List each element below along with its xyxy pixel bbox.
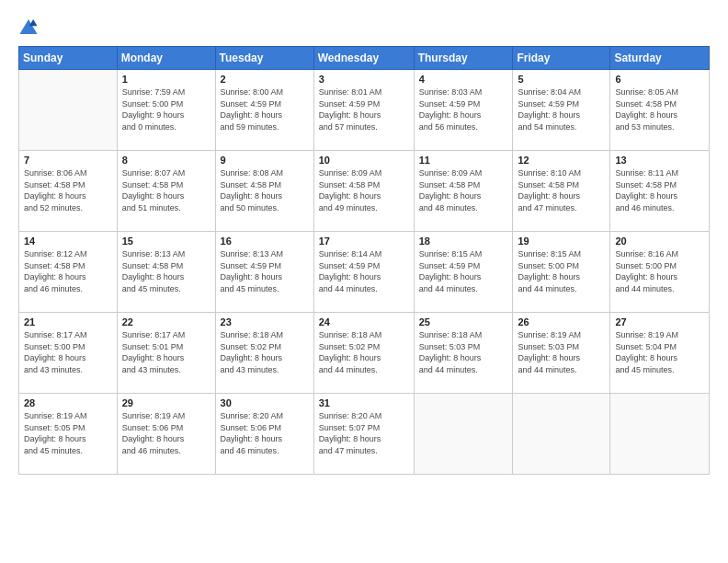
day-info: Sunrise: 8:14 AM Sunset: 4:59 PM Dayligh…	[319, 248, 409, 294]
day-number: 9	[221, 155, 309, 166]
day-number: 7	[24, 155, 112, 166]
day-number: 14	[24, 236, 112, 247]
calendar-table: SundayMondayTuesdayWednesdayThursdayFrid…	[18, 46, 710, 475]
day-number: 19	[518, 236, 605, 247]
day-info: Sunrise: 8:17 AM Sunset: 5:00 PM Dayligh…	[24, 329, 112, 375]
day-info: Sunrise: 8:13 AM Sunset: 4:59 PM Dayligh…	[221, 248, 309, 294]
calendar-day-cell	[513, 394, 610, 475]
calendar-weekday-header: Wednesday	[313, 47, 414, 70]
day-number: 31	[319, 397, 409, 408]
calendar-weekday-header: Thursday	[414, 47, 513, 70]
calendar-day-cell: 2Sunrise: 8:00 AM Sunset: 4:59 PM Daylig…	[215, 70, 313, 151]
calendar-day-cell: 16Sunrise: 8:13 AM Sunset: 4:59 PM Dayli…	[215, 232, 313, 313]
day-info: Sunrise: 8:18 AM Sunset: 5:03 PM Dayligh…	[419, 329, 508, 375]
calendar-day-cell	[414, 394, 513, 475]
calendar-day-cell: 9Sunrise: 8:08 AM Sunset: 4:58 PM Daylig…	[215, 151, 313, 232]
calendar-weekday-header: Saturday	[610, 47, 710, 70]
day-number: 21	[24, 316, 112, 327]
day-info: Sunrise: 8:10 AM Sunset: 4:58 PM Dayligh…	[518, 167, 605, 213]
svg-marker-0	[19, 19, 37, 34]
logo	[18, 17, 39, 37]
day-number: 25	[419, 316, 508, 327]
day-info: Sunrise: 8:13 AM Sunset: 4:58 PM Dayligh…	[122, 248, 210, 294]
calendar-day-cell: 26Sunrise: 8:19 AM Sunset: 5:03 PM Dayli…	[513, 313, 610, 394]
calendar-day-cell: 12Sunrise: 8:10 AM Sunset: 4:58 PM Dayli…	[513, 151, 610, 232]
day-info: Sunrise: 8:19 AM Sunset: 5:04 PM Dayligh…	[615, 329, 704, 375]
day-number: 23	[221, 316, 309, 327]
day-number: 2	[221, 74, 309, 85]
day-number: 20	[615, 236, 704, 247]
calendar-day-cell: 24Sunrise: 8:18 AM Sunset: 5:02 PM Dayli…	[313, 313, 414, 394]
day-info: Sunrise: 8:09 AM Sunset: 4:58 PM Dayligh…	[319, 167, 409, 213]
calendar-day-cell: 3Sunrise: 8:01 AM Sunset: 4:59 PM Daylig…	[313, 70, 414, 151]
day-number: 22	[122, 316, 210, 327]
day-number: 28	[24, 397, 112, 408]
day-info: Sunrise: 8:03 AM Sunset: 4:59 PM Dayligh…	[419, 86, 508, 132]
calendar-day-cell: 25Sunrise: 8:18 AM Sunset: 5:03 PM Dayli…	[414, 313, 513, 394]
calendar-week-row: 21Sunrise: 8:17 AM Sunset: 5:00 PM Dayli…	[19, 313, 710, 394]
page: SundayMondayTuesdayWednesdayThursdayFrid…	[0, 0, 728, 563]
calendar-week-row: 28Sunrise: 8:19 AM Sunset: 5:05 PM Dayli…	[19, 394, 710, 475]
day-number: 27	[615, 316, 704, 327]
day-number: 30	[221, 397, 309, 408]
calendar-week-row: 14Sunrise: 8:12 AM Sunset: 4:58 PM Dayli…	[19, 232, 710, 313]
day-info: Sunrise: 8:19 AM Sunset: 5:05 PM Dayligh…	[24, 410, 112, 456]
day-info: Sunrise: 8:11 AM Sunset: 4:58 PM Dayligh…	[615, 167, 704, 213]
calendar-weekday-header: Tuesday	[215, 47, 313, 70]
day-number: 11	[419, 155, 508, 166]
day-number: 5	[518, 74, 605, 85]
calendar-weekday-header: Sunday	[19, 47, 118, 70]
calendar-day-cell: 20Sunrise: 8:16 AM Sunset: 5:00 PM Dayli…	[610, 232, 710, 313]
day-number: 3	[319, 74, 409, 85]
day-info: Sunrise: 8:08 AM Sunset: 4:58 PM Dayligh…	[221, 167, 309, 213]
day-info: Sunrise: 8:16 AM Sunset: 5:00 PM Dayligh…	[615, 248, 704, 294]
day-info: Sunrise: 8:15 AM Sunset: 4:59 PM Dayligh…	[419, 248, 508, 294]
day-info: Sunrise: 8:05 AM Sunset: 4:58 PM Dayligh…	[615, 86, 704, 132]
calendar-day-cell	[19, 70, 118, 151]
day-number: 12	[518, 155, 605, 166]
day-info: Sunrise: 8:20 AM Sunset: 5:07 PM Dayligh…	[319, 410, 409, 456]
calendar-day-cell: 5Sunrise: 8:04 AM Sunset: 4:59 PM Daylig…	[513, 70, 610, 151]
calendar-day-cell: 15Sunrise: 8:13 AM Sunset: 4:58 PM Dayli…	[117, 232, 215, 313]
calendar-day-cell	[610, 394, 710, 475]
day-info: Sunrise: 8:19 AM Sunset: 5:03 PM Dayligh…	[518, 329, 605, 375]
day-number: 18	[419, 236, 508, 247]
calendar-day-cell: 4Sunrise: 8:03 AM Sunset: 4:59 PM Daylig…	[414, 70, 513, 151]
calendar-day-cell: 10Sunrise: 8:09 AM Sunset: 4:58 PM Dayli…	[313, 151, 414, 232]
calendar-weekday-header: Monday	[117, 47, 215, 70]
calendar-week-row: 7Sunrise: 8:06 AM Sunset: 4:58 PM Daylig…	[19, 151, 710, 232]
day-number: 4	[419, 74, 508, 85]
day-number: 29	[122, 397, 210, 408]
calendar-weekday-header: Friday	[513, 47, 610, 70]
calendar-day-cell: 18Sunrise: 8:15 AM Sunset: 4:59 PM Dayli…	[414, 232, 513, 313]
day-number: 1	[122, 74, 210, 85]
day-info: Sunrise: 8:04 AM Sunset: 4:59 PM Dayligh…	[518, 86, 605, 132]
calendar-day-cell: 8Sunrise: 8:07 AM Sunset: 4:58 PM Daylig…	[117, 151, 215, 232]
day-info: Sunrise: 8:12 AM Sunset: 4:58 PM Dayligh…	[24, 248, 112, 294]
calendar-day-cell: 17Sunrise: 8:14 AM Sunset: 4:59 PM Dayli…	[313, 232, 414, 313]
day-info: Sunrise: 8:18 AM Sunset: 5:02 PM Dayligh…	[319, 329, 409, 375]
day-number: 24	[319, 316, 409, 327]
day-number: 16	[221, 236, 309, 247]
calendar-day-cell: 7Sunrise: 8:06 AM Sunset: 4:58 PM Daylig…	[19, 151, 118, 232]
day-info: Sunrise: 8:09 AM Sunset: 4:58 PM Dayligh…	[419, 167, 508, 213]
calendar-day-cell: 30Sunrise: 8:20 AM Sunset: 5:06 PM Dayli…	[215, 394, 313, 475]
day-info: Sunrise: 8:07 AM Sunset: 4:58 PM Dayligh…	[122, 167, 210, 213]
logo-icon	[18, 17, 39, 37]
calendar-day-cell: 6Sunrise: 8:05 AM Sunset: 4:58 PM Daylig…	[610, 70, 710, 151]
calendar-day-cell: 21Sunrise: 8:17 AM Sunset: 5:00 PM Dayli…	[19, 313, 118, 394]
calendar-day-cell: 27Sunrise: 8:19 AM Sunset: 5:04 PM Dayli…	[610, 313, 710, 394]
calendar-day-cell: 28Sunrise: 8:19 AM Sunset: 5:05 PM Dayli…	[19, 394, 118, 475]
calendar-day-cell: 14Sunrise: 8:12 AM Sunset: 4:58 PM Dayli…	[19, 232, 118, 313]
day-info: Sunrise: 8:20 AM Sunset: 5:06 PM Dayligh…	[221, 410, 309, 456]
day-number: 15	[122, 236, 210, 247]
calendar-day-cell: 11Sunrise: 8:09 AM Sunset: 4:58 PM Dayli…	[414, 151, 513, 232]
calendar-day-cell: 1Sunrise: 7:59 AM Sunset: 5:00 PM Daylig…	[117, 70, 215, 151]
calendar-header-row: SundayMondayTuesdayWednesdayThursdayFrid…	[19, 47, 710, 70]
calendar-day-cell: 31Sunrise: 8:20 AM Sunset: 5:07 PM Dayli…	[313, 394, 414, 475]
day-info: Sunrise: 8:18 AM Sunset: 5:02 PM Dayligh…	[221, 329, 309, 375]
calendar-day-cell: 22Sunrise: 8:17 AM Sunset: 5:01 PM Dayli…	[117, 313, 215, 394]
day-info: Sunrise: 8:15 AM Sunset: 5:00 PM Dayligh…	[518, 248, 605, 294]
day-number: 8	[122, 155, 210, 166]
day-number: 10	[319, 155, 409, 166]
